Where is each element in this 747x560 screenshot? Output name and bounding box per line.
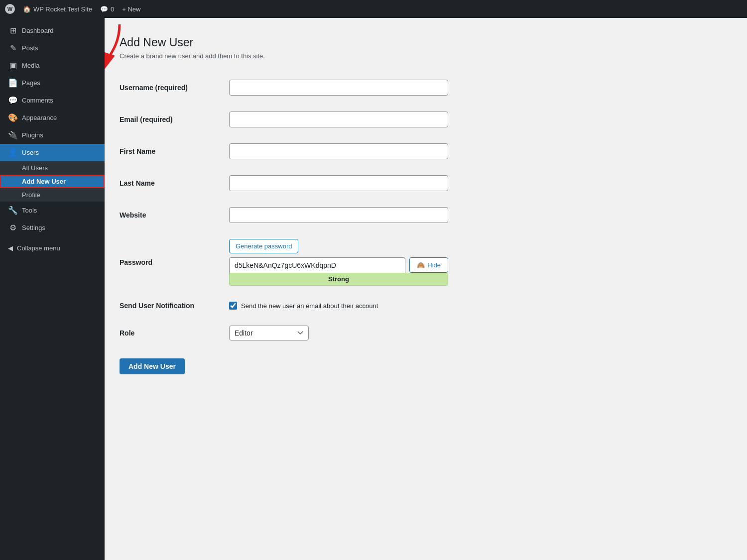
house-icon: 🏠	[23, 5, 31, 13]
dashboard-icon: ⊞	[8, 26, 18, 35]
posts-icon: ✎	[8, 43, 18, 53]
last-name-label: Last Name	[120, 167, 229, 199]
sidebar-item-media[interactable]: ▣ Media	[0, 57, 105, 74]
collapse-icon: ◀	[8, 244, 13, 252]
sidebar-item-pages[interactable]: 📄 Pages	[0, 74, 105, 92]
email-label: Email (required)	[120, 104, 229, 135]
notification-checkbox[interactable]	[229, 302, 237, 310]
comments-nav-icon: 💬	[8, 96, 18, 105]
sidebar-item-settings[interactable]: ⚙ Settings	[0, 219, 105, 236]
submit-add-user-button[interactable]: Add New User	[120, 358, 185, 374]
plugins-icon: 🔌	[8, 130, 18, 140]
sidebar-item-dashboard[interactable]: ⊞ Dashboard	[0, 22, 105, 39]
submenu-all-users[interactable]: All Users	[0, 161, 105, 175]
sidebar-item-plugins[interactable]: 🔌 Plugins	[0, 126, 105, 144]
password-row: Password Generate password 🙈 Hide	[120, 231, 732, 294]
website-row: Website	[120, 199, 732, 231]
website-label: Website	[120, 199, 229, 231]
media-icon: ▣	[8, 61, 18, 70]
sidebar-item-users[interactable]: 👤 Users	[0, 144, 105, 161]
username-row: Username (required)	[120, 72, 732, 104]
username-input[interactable]	[229, 80, 448, 96]
users-submenu: All Users Add New User Profile	[0, 161, 105, 202]
notification-label: Send User Notification	[120, 294, 229, 318]
sidebar: ⊞ Dashboard ✎ Posts ▣ Media 📄 Pages 💬 Co…	[0, 18, 105, 560]
notification-checkbox-row: Send the new user an email about their a…	[229, 302, 732, 310]
comments-link[interactable]: 💬 0	[100, 5, 114, 13]
role-row: Role Subscriber Contributor Author Edito…	[120, 318, 732, 348]
eye-slash-icon: 🙈	[417, 261, 425, 269]
sidebar-item-posts[interactable]: ✎ Posts	[0, 39, 105, 57]
last-name-input[interactable]	[229, 175, 448, 191]
password-field-row: 🙈 Hide	[229, 257, 448, 273]
collapse-menu-button[interactable]: ◀ Collapse menu	[0, 240, 105, 256]
username-label: Username (required)	[120, 72, 229, 104]
hide-password-button[interactable]: 🙈 Hide	[409, 257, 448, 273]
page-subtitle: Create a brand new user and add them to …	[120, 52, 732, 60]
notification-row: Send User Notification Send the new user…	[120, 294, 732, 318]
first-name-input[interactable]	[229, 143, 448, 159]
wp-logo-icon: W	[5, 4, 15, 14]
admin-bar: W 🏠 WP Rocket Test Site 💬 0 + New	[0, 0, 747, 18]
first-name-row: First Name	[120, 135, 732, 167]
add-user-form: Username (required) Email (required) Fir…	[120, 72, 732, 348]
role-label: Role	[120, 318, 229, 348]
comments-icon: 💬	[100, 5, 108, 13]
sidebar-item-appearance[interactable]: 🎨 Appearance	[0, 109, 105, 126]
password-label: Password	[120, 231, 229, 294]
page-title: Add New User	[120, 36, 732, 49]
wp-logo[interactable]: W	[5, 4, 15, 14]
email-row: Email (required)	[120, 104, 732, 135]
sidebar-item-tools[interactable]: 🔧 Tools	[0, 202, 105, 219]
users-icon: 👤	[8, 148, 18, 157]
sidebar-item-comments[interactable]: 💬 Comments	[0, 92, 105, 109]
submenu-add-new-user[interactable]: Add New User	[0, 175, 105, 188]
submenu-profile[interactable]: Profile	[0, 188, 105, 202]
settings-icon: ⚙	[8, 223, 18, 232]
notification-checkbox-label: Send the new user an email about their a…	[241, 302, 378, 310]
password-strength-indicator: Strong	[229, 273, 448, 286]
last-name-row: Last Name	[120, 167, 732, 199]
first-name-label: First Name	[120, 135, 229, 167]
tools-icon: 🔧	[8, 206, 18, 215]
website-input[interactable]	[229, 207, 448, 223]
password-input[interactable]	[229, 257, 405, 273]
content-area: Add New User Create a brand new user and…	[105, 18, 747, 560]
appearance-icon: 🎨	[8, 113, 18, 122]
generate-password-button[interactable]: Generate password	[229, 239, 298, 253]
new-content-link[interactable]: + New	[122, 5, 140, 13]
role-select[interactable]: Subscriber Contributor Author Editor Adm…	[229, 326, 309, 340]
main-layout: ⊞ Dashboard ✎ Posts ▣ Media 📄 Pages 💬 Co…	[0, 18, 747, 560]
email-input[interactable]	[229, 112, 448, 127]
pages-icon: 📄	[8, 78, 18, 88]
site-link[interactable]: 🏠 WP Rocket Test Site	[23, 5, 92, 13]
